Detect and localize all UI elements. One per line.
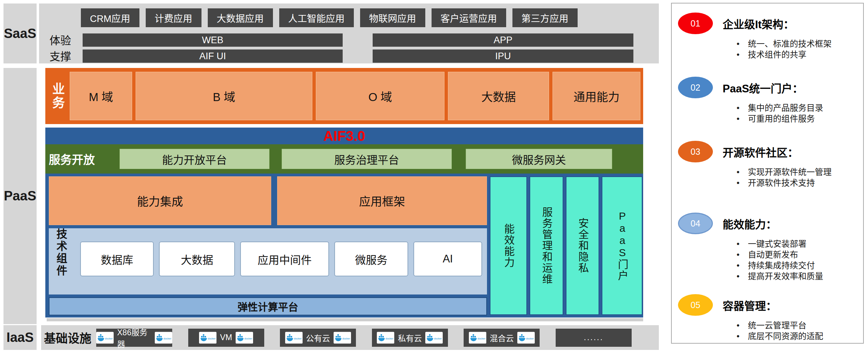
experience-support-label: 体验支撑 xyxy=(50,33,82,65)
docker-icon: docker xyxy=(96,332,114,344)
layer-label-iaas: IaaS xyxy=(3,325,37,350)
business-layer: 业务 M 域 B 域 O 域 大数据 通用能力 xyxy=(45,68,643,124)
svg-text:docker: docker xyxy=(105,337,113,340)
domain-bigdata: 大数据 xyxy=(448,72,549,120)
pillar-security-privacy: 安全和隐私 xyxy=(566,176,600,315)
domain-m: M 域 xyxy=(70,72,132,120)
tech-item-ai: AI xyxy=(413,242,482,276)
microservice-gateway: 微服务网关 xyxy=(466,149,612,169)
paas-block: AIF3.0 服务开放 能力开放平台 服务治理平台 微服务网关 能力集成 应用框… xyxy=(45,128,643,317)
pillar-efficiency: 能效能力 xyxy=(490,176,527,315)
iaas-box-label: 私有云 xyxy=(398,332,422,344)
docker-icon: docker xyxy=(199,332,216,344)
tech-components-label: 技术组件 xyxy=(53,228,69,294)
svg-text:docker: docker xyxy=(434,337,442,340)
svg-text:docker: docker xyxy=(478,337,486,340)
iaas-box-x86: docker X86服务器 docker xyxy=(96,329,172,347)
iaas-box-label: 混合云 xyxy=(490,332,514,344)
iaas-panel: 基础设施 docker X86服务器 docker docker VM dock… xyxy=(41,325,659,350)
capability-open-platform: 能力开放平台 xyxy=(120,149,269,169)
svg-text:docker: docker xyxy=(294,337,302,340)
layer-label-saas: SaaS xyxy=(3,3,37,63)
svg-text:docker: docker xyxy=(163,337,172,340)
legend-item-title: 开源软件社区： xyxy=(723,144,798,160)
docker-icon: docker xyxy=(425,332,443,344)
service-open-label: 服务开放 xyxy=(49,144,95,174)
app-box-customer-ops: 客户运营应用 xyxy=(432,8,506,27)
capability-integration-box: 能力集成 xyxy=(49,176,271,225)
legend-item-title: PaaS统一门户： xyxy=(723,80,803,95)
legend-item-title: 容器管理： xyxy=(723,297,777,313)
app-box-crm: CRM应用 xyxy=(81,8,139,27)
iaas-box-private-cloud: docker 私有云 docker xyxy=(372,329,448,347)
pillar-paas-portal: PaaS门户 xyxy=(602,176,642,315)
iaas-box-vm: docker VM docker xyxy=(188,329,264,347)
legend-item-title: 能效能力： xyxy=(723,216,777,231)
app-box-bigdata: 大数据应用 xyxy=(208,8,273,27)
iaas-box-hybrid-cloud: docker 混合云 docker xyxy=(464,329,540,347)
saas-panel: CRM应用 计费应用 大数据应用 人工智能应用 物联网应用 客户运营应用 第三方… xyxy=(39,3,659,63)
svg-text:docker: docker xyxy=(342,337,350,340)
docker-icon: docker xyxy=(155,332,172,344)
item-number-badge: 02 xyxy=(678,77,713,98)
item-number-badge: 04 xyxy=(678,213,713,234)
legend-item-bullets: 集中的产品服务目录 可重用的组件服务 xyxy=(737,102,856,124)
item-number-badge: 01 xyxy=(678,13,713,34)
legend-item-efficiency: 04 能效能力： 一键式安装部署 自动更新发布 持续集成持续交付 提高开发效率和… xyxy=(678,213,856,282)
svg-text:docker: docker xyxy=(386,337,394,340)
domain-b: B 域 xyxy=(136,72,312,120)
svg-text:docker: docker xyxy=(526,337,534,340)
tech-item-bigdata: 大数据 xyxy=(159,242,235,276)
iaas-boxes-row: docker X86服务器 docker docker VM docker do… xyxy=(96,329,632,347)
legend-item-bullets: 一键式安装部署 自动更新发布 持续集成持续交付 提高开发效率和质量 xyxy=(737,238,856,282)
domain-o: O 域 xyxy=(316,72,444,120)
iaas-box-more: ...... xyxy=(556,329,632,347)
legend-item-enterprise-it: 01 企业级It架构： 统一、标准的技术框架 技术组件的共享 xyxy=(678,13,856,60)
layer-label-paas: PaaS xyxy=(3,68,37,324)
iaas-box-label: VM xyxy=(220,333,232,342)
tech-components-row: 数据库 大数据 应用中间件 微服务 AI xyxy=(80,242,482,276)
docker-icon: docker xyxy=(236,332,253,344)
iaas-box-label: X86服务器 xyxy=(117,326,151,350)
service-open-band: 服务开放 能力开放平台 服务治理平台 微服务网关 xyxy=(45,144,643,174)
docker-icon: docker xyxy=(469,332,486,344)
legend-item-bullets: 实现开源软件统一管理 开源软件技术支持 xyxy=(737,167,856,188)
legend-item-opensource: 03 开源软件社区： 实现开源软件统一管理 开源软件技术支持 xyxy=(678,141,856,188)
elastic-compute-platform: 弹性计算平台 xyxy=(49,297,487,315)
web-bar: WEB xyxy=(83,33,343,47)
tech-item-database: 数据库 xyxy=(80,242,154,276)
paas-pillars: 能效能力 服务管理和运维 安全和隐私 PaaS门户 xyxy=(490,176,642,315)
item-number-badge: 03 xyxy=(678,141,713,162)
legend-item-title: 企业级It架构： xyxy=(723,16,794,31)
tech-components-box: 技术组件 数据库 大数据 应用中间件 微服务 AI xyxy=(49,228,487,294)
paas-shadow-strip xyxy=(47,318,643,321)
app-framework-box: 应用框架 xyxy=(277,176,487,225)
infrastructure-label: 基础设施 xyxy=(44,329,96,346)
docker-icon: docker xyxy=(517,332,535,344)
app-bar: APP xyxy=(373,33,633,47)
docker-icon: docker xyxy=(377,332,394,344)
legend-item-container-mgmt: 05 容器管理： 统一云管理平台 底层不同资源的适配 xyxy=(678,294,856,342)
app-box-ai: 人工智能应用 xyxy=(279,8,354,27)
iaas-box-public-cloud: docker 公有云 docker xyxy=(280,329,356,347)
tech-item-microservice: 微服务 xyxy=(334,242,408,276)
aif-ui-bar: AIF UI xyxy=(83,49,343,63)
service-governance-platform: 服务治理平台 xyxy=(282,149,452,169)
svg-text:docker: docker xyxy=(244,337,252,340)
saas-apps-row: CRM应用 计费应用 大数据应用 人工智能应用 物联网应用 客户运营应用 第三方… xyxy=(81,8,578,27)
svg-text:docker: docker xyxy=(208,337,216,340)
app-box-billing: 计费应用 xyxy=(146,8,201,27)
aif-version-title: AIF3.0 xyxy=(45,128,643,144)
tech-item-middleware: 应用中间件 xyxy=(240,242,329,276)
domain-common: 通用能力 xyxy=(553,72,640,120)
ipu-bar: IPU xyxy=(373,49,633,63)
app-box-iot: 物联网应用 xyxy=(360,8,425,27)
docker-icon: docker xyxy=(285,332,303,344)
docker-icon: docker xyxy=(334,332,351,344)
business-label: 业务 xyxy=(48,72,66,120)
legend-item-bullets: 统一云管理平台 底层不同资源的适配 xyxy=(737,320,856,342)
legend-item-bullets: 统一、标准的技术框架 技术组件的共享 xyxy=(737,38,856,60)
legend-item-paas-portal: 02 PaaS统一门户： 集中的产品服务目录 可重用的组件服务 xyxy=(678,77,856,124)
item-number-badge: 05 xyxy=(678,294,713,316)
app-box-thirdparty: 第三方应用 xyxy=(512,8,578,27)
